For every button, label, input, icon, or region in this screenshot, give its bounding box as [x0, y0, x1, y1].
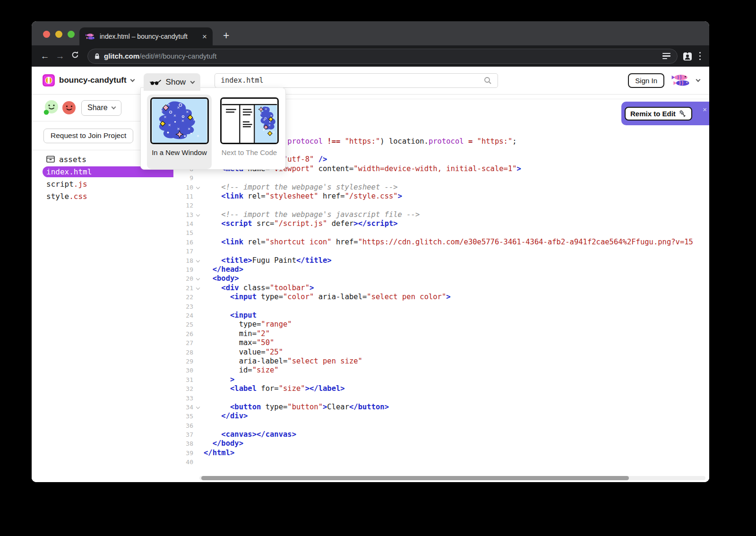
- code-text: [204, 421, 709, 430]
- line-number: 13: [173, 210, 193, 219]
- code-line[interactable]: 40: [173, 458, 709, 467]
- line-number: 27: [173, 338, 193, 347]
- svg-text:×: ×: [186, 110, 189, 114]
- browser-menu-icon[interactable]: [699, 52, 701, 61]
- forward-icon[interactable]: →: [52, 51, 68, 61]
- browser-tab[interactable]: index.html – bouncy-candytuft ×: [79, 27, 213, 45]
- fold-gutter: [193, 357, 204, 366]
- fold-chevron-icon[interactable]: [193, 403, 204, 412]
- remix-banner: Remix to Edit ×: [621, 102, 709, 125]
- glitch-logo[interactable]: [43, 74, 55, 86]
- line-number: 20: [173, 274, 193, 283]
- line-number: 28: [173, 348, 193, 357]
- maximize-window-button[interactable]: [68, 31, 75, 38]
- code-line[interactable]: 23: [173, 302, 709, 311]
- menu-item-new-window[interactable]: ××× ××× ××× ××× In a New Window: [147, 95, 212, 169]
- reader-mode-icon[interactable]: [662, 53, 670, 60]
- fold-gutter: [193, 329, 204, 338]
- search-icon: [484, 77, 492, 85]
- code-line[interactable]: 18 <title>Fugu Paint</title>: [173, 256, 709, 265]
- code-text: </html>: [204, 449, 709, 458]
- code-line[interactable]: 34 <button type="button">Clear</button>: [173, 403, 709, 412]
- line-number: 19: [173, 265, 193, 274]
- line-number: 21: [173, 284, 193, 293]
- user-avatar-fish[interactable]: [670, 73, 691, 87]
- menu-item-next-to-code[interactable]: ××× ××× Next to The Code: [217, 95, 282, 169]
- code-line[interactable]: 16 <link rel="shortcut icon" href="https…: [173, 238, 709, 247]
- code-line[interactable]: 21 <div class="toolbar">: [173, 284, 709, 293]
- file-search-input[interactable]: [221, 76, 484, 85]
- sign-in-button[interactable]: Sign In: [628, 73, 664, 88]
- code-line[interactable]: 9: [173, 173, 709, 182]
- show-button[interactable]: Show: [144, 73, 201, 91]
- code-line[interactable]: 15: [173, 228, 709, 237]
- code-line[interactable]: 26 min="2": [173, 329, 709, 338]
- file-item-script-js[interactable]: script.js: [32, 179, 173, 190]
- fold-chevron-icon[interactable]: [193, 274, 204, 283]
- project-chevron-down-icon[interactable]: [130, 78, 135, 82]
- member-avatar-red[interactable]: [61, 100, 77, 115]
- reload-icon[interactable]: [68, 51, 83, 61]
- line-number: 17: [173, 247, 193, 256]
- svg-text:×: ×: [264, 107, 267, 111]
- code-line[interactable]: 32 <label for="size"></label>: [173, 384, 709, 393]
- scrollbar-thumb[interactable]: [201, 476, 629, 480]
- fold-chevron-icon[interactable]: [193, 183, 204, 192]
- code-line[interactable]: 10 <!-- import the webpage's stylesheet …: [173, 183, 709, 192]
- tab-close-icon[interactable]: ×: [202, 33, 207, 41]
- address-bar[interactable]: glitch.com/edit/#!/bouncy-candytuft: [87, 49, 678, 64]
- request-to-join-button[interactable]: Request to Join Project: [43, 129, 133, 143]
- code-line[interactable]: 22 <input type="color" aria-label="selec…: [173, 293, 709, 302]
- microphone-icon: [679, 110, 687, 118]
- code-line[interactable]: 19 </head>: [173, 265, 709, 274]
- file-item-style-css[interactable]: style.css: [32, 191, 173, 202]
- code-line[interactable]: 11 <link rel="stylesheet" href="/style.c…: [173, 192, 709, 201]
- code-line[interactable]: 12: [173, 201, 709, 210]
- close-window-button[interactable]: [43, 31, 50, 38]
- fold-chevron-icon[interactable]: [193, 210, 204, 219]
- url-path: /edit/#!/bouncy-candytuft: [139, 52, 216, 60]
- fold-gutter: [193, 228, 204, 237]
- code-line[interactable]: 30 id="size": [173, 366, 709, 375]
- code-line[interactable]: 14 <script src="/script.js" defer></scri…: [173, 219, 709, 228]
- fold-gutter: [193, 384, 204, 393]
- code-line[interactable]: 29 aria-label="select pen size": [173, 357, 709, 366]
- code-line[interactable]: 38 </body>: [173, 439, 709, 448]
- avatar-chevron-down-icon[interactable]: [696, 78, 701, 82]
- code-line[interactable]: 27 max="50": [173, 338, 709, 347]
- fold-chevron-icon[interactable]: [193, 284, 204, 293]
- share-button[interactable]: Share: [81, 100, 121, 116]
- new-tab-button[interactable]: +: [223, 30, 229, 41]
- code-line[interactable]: 35 </div>: [173, 412, 709, 421]
- back-icon[interactable]: ←: [37, 51, 52, 61]
- share-chevron-down-icon: [111, 105, 116, 110]
- fold-chevron-icon[interactable]: [193, 256, 204, 265]
- code-line[interactable]: 33: [173, 394, 709, 403]
- minimize-window-button[interactable]: [55, 31, 62, 38]
- project-name[interactable]: bouncy-candytuft: [59, 76, 127, 85]
- assets-box-icon: [46, 156, 55, 163]
- line-number: 23: [173, 302, 193, 311]
- horizontal-scrollbar[interactable]: [199, 476, 705, 480]
- profile-badge-icon[interactable]: [682, 51, 693, 61]
- member-avatar-green[interactable]: [43, 99, 60, 116]
- file-search[interactable]: [215, 73, 498, 88]
- code-line[interactable]: 39</html>: [173, 449, 709, 458]
- line-number: 26: [173, 329, 193, 338]
- code-line[interactable]: 17: [173, 247, 709, 256]
- line-number: 25: [173, 320, 193, 329]
- svg-text:×: ×: [160, 109, 163, 113]
- code-text: [204, 302, 709, 311]
- remix-to-edit-button[interactable]: Remix to Edit: [625, 107, 692, 121]
- code-line[interactable]: 24 <input: [173, 311, 709, 320]
- code-line[interactable]: 13 <!-- import the webpage's javascript …: [173, 210, 709, 219]
- code-line[interactable]: 25 type="range": [173, 320, 709, 329]
- code-line[interactable]: 31 >: [173, 375, 709, 384]
- code-line[interactable]: 36: [173, 421, 709, 430]
- code-text: <input: [204, 311, 709, 320]
- banner-close-icon[interactable]: ×: [703, 105, 707, 113]
- fold-gutter: [193, 348, 204, 357]
- code-line[interactable]: 37 <canvas></canvas>: [173, 430, 709, 439]
- code-line[interactable]: 20 <body>: [173, 274, 709, 283]
- code-line[interactable]: 28 value="25": [173, 348, 709, 357]
